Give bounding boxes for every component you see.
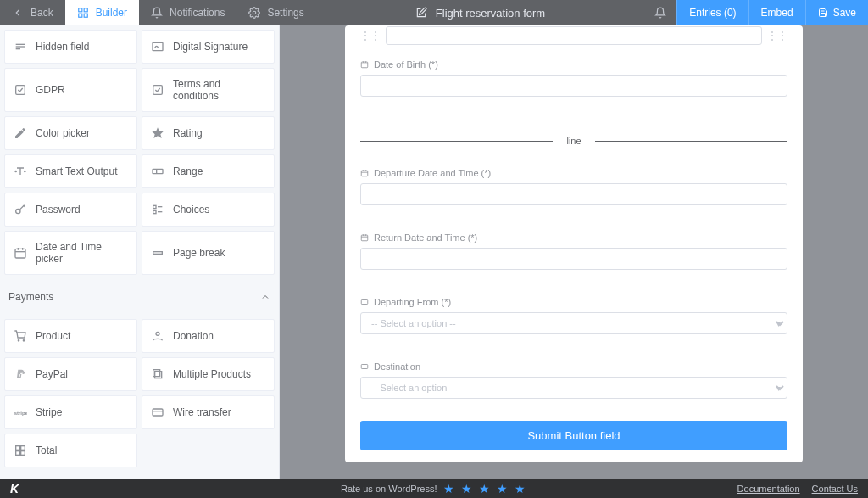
field-card-stripe[interactable]: stripeStripe (4, 395, 137, 429)
field-label: Product (36, 330, 70, 342)
builder-tab[interactable]: Builder (65, 0, 139, 25)
field-card-donation[interactable]: Donation (142, 319, 275, 353)
field-label: Multiple Products (173, 368, 251, 380)
drag-placeholder[interactable]: ⋮⋮⋮⋮ (360, 25, 787, 46)
calendar-icon (360, 60, 369, 69)
text-input[interactable] (360, 183, 787, 205)
back-button[interactable]: Back (0, 0, 65, 25)
notifications-label: Notifications (170, 7, 225, 19)
select-input[interactable]: -- Select an option -- (360, 312, 787, 334)
field-label: Digital Signature (173, 41, 248, 53)
form-field[interactable]: Destination-- Select an option --▾ (360, 348, 787, 412)
field-card-wire-transfer[interactable]: Wire transfer (142, 395, 275, 429)
svg-rect-36 (16, 446, 20, 450)
calendar-icon (360, 169, 369, 177)
eye-off-icon (14, 40, 27, 53)
form-field[interactable]: Departure Date and Time (*) (360, 154, 787, 219)
field-card-product[interactable]: Product (4, 319, 137, 353)
field-label: Terms and conditions (173, 78, 265, 102)
text-input[interactable] (360, 75, 787, 97)
sidebar: Hidden fieldDigital SignatureGDPRTerms a… (0, 25, 280, 479)
field-card-page-break[interactable]: Page break (142, 231, 275, 275)
field-label: Smart Text Output (36, 165, 118, 177)
form-field[interactable]: Return Date and Time (*) (360, 219, 787, 283)
rate-us[interactable]: Rate us on WordPress! ★ ★ ★ ★ ★ (341, 482, 527, 495)
svg-point-16 (16, 209, 20, 213)
field-card-rating[interactable]: Rating (142, 116, 275, 150)
entries-button[interactable]: Entries (0) (676, 0, 748, 25)
contact-link[interactable]: Contact Us (812, 484, 858, 494)
svg-rect-27 (153, 252, 163, 255)
svg-point-29 (23, 340, 24, 341)
field-card-smart-text-output[interactable]: Smart Text Output (4, 154, 137, 188)
field-card-range[interactable]: Range (142, 154, 275, 188)
field-label: Page break (173, 247, 225, 259)
svg-rect-38 (16, 451, 20, 456)
field-card-password[interactable]: Password (4, 193, 137, 227)
field-label: Donation (173, 330, 214, 342)
svg-rect-3 (84, 14, 87, 17)
footer: K Rate us on WordPress! ★ ★ ★ ★ ★ Docume… (0, 479, 868, 498)
field-label: Date of Birth (*) (374, 59, 438, 70)
field-card-total[interactable]: Total (4, 434, 137, 467)
svg-rect-37 (21, 446, 25, 450)
submit-button-field[interactable]: Submit Button field (360, 421, 787, 450)
plane-icon (360, 298, 369, 306)
form-field[interactable]: Departing From (*)-- Select an option --… (360, 283, 787, 348)
field-card-paypal[interactable]: PayPal (4, 357, 137, 391)
section-payments[interactable]: Payments (0, 279, 279, 315)
text-input[interactable] (360, 248, 787, 270)
svg-rect-42 (361, 62, 368, 68)
drag-handle-icon[interactable]: ⋮⋮ (360, 30, 381, 42)
svg-rect-32 (153, 370, 160, 377)
paypal-icon (14, 367, 27, 381)
svg-line-18 (24, 205, 25, 206)
field-card-terms-and-conditions[interactable]: Terms and conditions (142, 68, 275, 112)
cart-icon (14, 329, 27, 343)
text-icon (14, 165, 27, 178)
form-field[interactable]: Date of Birth (*) (360, 46, 787, 110)
svg-rect-10 (153, 86, 163, 95)
range-icon (151, 165, 164, 178)
drag-handle-icon[interactable]: ⋮⋮ (767, 30, 787, 42)
gear-icon (248, 7, 260, 19)
svg-rect-46 (361, 171, 368, 176)
chevron-up-icon (260, 292, 270, 302)
field-card-gdpr[interactable]: GDPR (4, 68, 137, 112)
settings-tab[interactable]: Settings (236, 0, 315, 25)
choices-icon (151, 203, 164, 216)
svg-text:stripe: stripe (14, 411, 27, 416)
field-card-hidden-field[interactable]: Hidden field (4, 30, 137, 64)
svg-rect-23 (15, 249, 25, 258)
field-card-choices[interactable]: Choices (142, 193, 275, 227)
svg-point-30 (156, 332, 159, 335)
field-card-multiple-products[interactable]: Multiple Products (142, 357, 275, 391)
save-button[interactable]: Save (805, 0, 868, 25)
field-label: Rating (173, 127, 203, 139)
documentation-link[interactable]: Documentation (737, 484, 800, 494)
field-label: Departing From (*) (374, 297, 451, 307)
form-title: Flight reservation form (436, 7, 545, 20)
field-label: GDPR (36, 84, 65, 96)
field-card-date-and-time-picker[interactable]: Date and Time picker (4, 231, 137, 275)
checkbox-icon (14, 83, 27, 97)
field-card-color-picker[interactable]: Color picker (4, 116, 137, 150)
select-input[interactable]: -- Select an option -- (360, 377, 787, 399)
section-buttons[interactable]: Buttons (0, 472, 279, 479)
svg-rect-0 (78, 8, 81, 12)
star-icon (151, 126, 164, 140)
notifications-bell[interactable] (644, 0, 676, 25)
svg-rect-14 (153, 169, 163, 173)
svg-rect-1 (84, 8, 87, 12)
field-card-digital-signature[interactable]: Digital Signature (142, 30, 275, 64)
calendar-icon (14, 246, 27, 260)
embed-button[interactable]: Embed (748, 0, 805, 25)
settings-label: Settings (267, 7, 303, 19)
divider-field[interactable]: line (360, 110, 787, 154)
canvas: ⋮⋮⋮⋮Date of Birth (*)lineDeparture Date … (280, 25, 868, 479)
notifications-tab[interactable]: Notifications (139, 0, 236, 25)
builder-icon (77, 7, 89, 19)
field-label: Range (173, 165, 203, 177)
bell-icon (151, 7, 163, 19)
form-title-wrap[interactable]: Flight reservation form (316, 7, 644, 20)
